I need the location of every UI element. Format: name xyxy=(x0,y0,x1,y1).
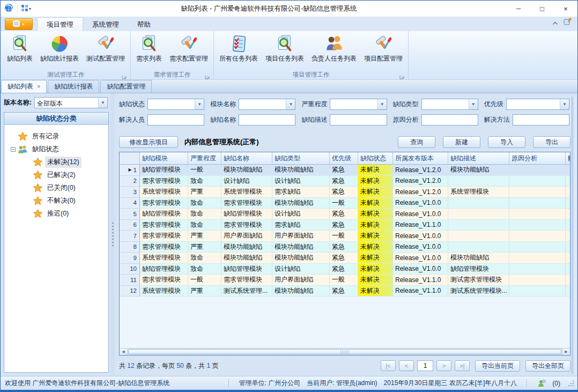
column-header[interactable]: 原因分析 xyxy=(509,152,566,164)
ribbon-button[interactable]: 测试配置管理 xyxy=(83,33,129,64)
grid-row[interactable]: 8需求管理模块严重模块功能缺陷模块功能缺陷紧急未解决Release_V1.0.0 xyxy=(120,242,570,253)
dropdown-arrow-icon[interactable]: ▼ xyxy=(469,99,478,109)
scrollbar-thumb[interactable] xyxy=(128,349,561,354)
export-button[interactable]: 导出 xyxy=(533,136,570,148)
dialog-launcher-icon[interactable] xyxy=(399,72,405,77)
filter-input[interactable] xyxy=(147,114,204,125)
grid-cell: 需求管理模块 xyxy=(140,231,188,242)
ribbon-button[interactable]: 负责人任务列表 xyxy=(308,33,360,64)
grid-row[interactable]: 3系统管理模块严重系统管理模块需求缺陷紧急未解决Release_V1.2.0系统… xyxy=(120,187,570,198)
grid-row[interactable]: 6需求管理模块致命需求管理模块需求缺陷紧急未解决Release_V1.1.0 xyxy=(120,220,570,231)
grid-cell: 需求管理模块 xyxy=(221,220,272,231)
dropdown-arrow-icon[interactable]: ▼ xyxy=(560,99,569,109)
tree-item[interactable]: 所有记录 xyxy=(6,130,106,143)
column-header[interactable]: 缺陷状态 xyxy=(358,152,393,164)
filter-input[interactable] xyxy=(513,114,569,125)
ribbon-button[interactable]: 需求列表 xyxy=(132,33,166,64)
ribbon-tab[interactable]: 系统管理 xyxy=(83,18,128,31)
application-menu-button[interactable]: ▾ xyxy=(5,18,33,30)
column-header[interactable]: 严重程度 xyxy=(188,152,221,164)
column-header[interactable]: 缺陷名称 xyxy=(221,152,272,164)
tree-item[interactable]: 未解决(12) xyxy=(6,156,106,168)
modify-columns-button[interactable]: 修改显示项目 xyxy=(119,136,178,148)
column-header[interactable]: 优先级 xyxy=(330,152,358,164)
filter-combo[interactable]: ▼ xyxy=(506,99,569,110)
grid-cell: 未解决 xyxy=(358,220,393,231)
quick-access-toolbar-button[interactable]: ▾ xyxy=(21,4,31,13)
column-header[interactable]: 缺陷类型 xyxy=(272,152,330,164)
vertical-scrollbar-track[interactable] xyxy=(572,97,576,374)
ribbon-button[interactable]: 缺陷统计报表 xyxy=(36,33,83,64)
grid-row[interactable]: 12系统管理模块严重测试系统管理...模块功能缺陷紧急未解决Release_V1… xyxy=(120,286,570,297)
import-button[interactable]: 导入 xyxy=(488,136,525,148)
page-number-input[interactable] xyxy=(417,360,433,371)
close-button[interactable]: × xyxy=(554,1,577,17)
collapse-box-icon[interactable]: − xyxy=(11,147,16,152)
ribbon-button[interactable]: 需求配置管理 xyxy=(166,33,212,64)
filter-combo[interactable]: ▼ xyxy=(330,99,387,110)
dropdown-arrow-icon[interactable]: ▼ xyxy=(98,98,107,108)
ribbon-group-title: 测试管理工作 xyxy=(48,71,85,79)
tree-item[interactable]: 推迟(0) xyxy=(6,207,106,220)
maximize-button[interactable]: □ xyxy=(530,1,554,17)
grid-row[interactable]: 9系统管理模块致命模块功能缺陷模块功能缺陷紧急未解决Release_V1.0.0… xyxy=(120,253,570,264)
tree-item[interactable]: 不解决(0) xyxy=(6,194,106,207)
query-button[interactable]: 查询 xyxy=(398,136,435,148)
prev-page-button[interactable]: < xyxy=(399,360,414,371)
ribbon-button[interactable]: 项目配置管理 xyxy=(360,33,406,64)
grid-cell: Release_V1.0.0 xyxy=(393,242,448,253)
minimize-button[interactable]: ─ xyxy=(507,1,530,17)
tree-item[interactable]: −缺陷状态 xyxy=(6,143,106,156)
grid-row[interactable]: ▶1缺陷管理模块一般模块功能缺陷模块功能缺陷紧急未解决Release_V1.2.… xyxy=(120,165,570,176)
splitter-handle[interactable] xyxy=(110,93,115,376)
ribbon-button[interactable]: 项目任务列表 xyxy=(262,33,308,64)
filter-combo[interactable]: ▼ xyxy=(421,99,478,110)
filter-input[interactable] xyxy=(330,114,387,125)
version-combo[interactable]: 全部版本 ▼ xyxy=(34,97,108,108)
ribbon-button[interactable]: 缺陷列表 xyxy=(3,33,36,64)
doc-tab[interactable]: 缺陷配置管理 xyxy=(100,80,152,93)
user-message-icon[interactable] xyxy=(537,379,546,387)
dialog-launcher-icon[interactable] xyxy=(205,72,210,77)
resize-grip-icon[interactable] xyxy=(568,380,574,387)
dropdown-arrow-icon[interactable]: ▼ xyxy=(195,99,204,109)
grid-row[interactable]: 5缺陷管理模块致命缺陷管理模块设计缺陷紧急未解决Release_V1.0.0 xyxy=(120,209,570,220)
ribbon-tab[interactable]: 帮助 xyxy=(128,18,160,31)
filter-combo[interactable]: ▼ xyxy=(239,99,295,110)
first-page-button[interactable]: |< xyxy=(381,360,396,371)
last-page-button[interactable]: >| xyxy=(455,360,470,371)
grid-row[interactable]: 7需求管理模块严重用户界面缺陷用户界面缺陷一般未解决Release_V1.0.0 xyxy=(120,231,570,242)
horizontal-scrollbar[interactable]: ◀ ▶ xyxy=(120,348,570,355)
help-window-icon[interactable] xyxy=(564,17,572,28)
grid-row[interactable]: 2需求管理模块致命设计缺陷设计缺陷紧急未解决Release_V1.2.0 xyxy=(120,176,570,187)
grid-row[interactable]: 4需求管理模块致命需求管理模块模块功能缺陷一般未解决Release_V1.0.0 xyxy=(120,198,570,209)
new-button[interactable]: 新建 xyxy=(443,136,480,148)
filter-input[interactable] xyxy=(239,114,295,125)
grid-row[interactable]: 10缺陷管理模块致命缺陷管理模块设计缺陷紧急未解决Release_V1.0.0缺… xyxy=(120,264,570,275)
export-current-page-button[interactable]: 导出当前页 xyxy=(475,360,520,372)
collapse-ribbon-icon[interactable] xyxy=(552,18,558,27)
column-header[interactable]: 缺陷描述 xyxy=(448,152,509,164)
dropdown-arrow-icon[interactable]: ▼ xyxy=(377,99,387,109)
tree-item[interactable]: 已关闭(0) xyxy=(6,181,106,194)
export-all-pages-button[interactable]: 导出全部页 xyxy=(525,360,570,372)
scroll-left-icon[interactable]: ◀ xyxy=(120,349,128,355)
ribbon-tab[interactable]: 项目管理 xyxy=(37,17,83,31)
tree-item[interactable]: 已解决(2) xyxy=(6,168,106,181)
grid-indicator-header xyxy=(120,152,140,164)
dialog-launcher-icon[interactable] xyxy=(122,72,127,77)
dropdown-arrow-icon[interactable]: ▼ xyxy=(286,99,295,109)
filter-combo[interactable]: ▼ xyxy=(147,99,204,110)
row-indicator: 11 xyxy=(120,275,140,286)
filter-input[interactable] xyxy=(421,114,478,125)
next-page-button[interactable]: > xyxy=(436,360,451,371)
column-header[interactable]: 缺陷模块 xyxy=(140,152,188,164)
column-header[interactable]: 所属发布版本 xyxy=(393,152,448,164)
doc-tab[interactable]: 缺陷统计报表 xyxy=(48,80,99,93)
column-header[interactable]: 解决方法 xyxy=(566,152,570,164)
doc-tab[interactable]: 缺陷列表× xyxy=(1,80,47,93)
grid-row[interactable]: 11需求管理模块一般需求管理模块用户界面缺陷一般未解决Release_V1.1.… xyxy=(120,275,570,286)
scroll-right-icon[interactable]: ▶ xyxy=(562,349,570,355)
tab-close-icon[interactable]: × xyxy=(37,84,40,90)
ribbon-button[interactable]: 所有任务列表 xyxy=(216,33,262,64)
